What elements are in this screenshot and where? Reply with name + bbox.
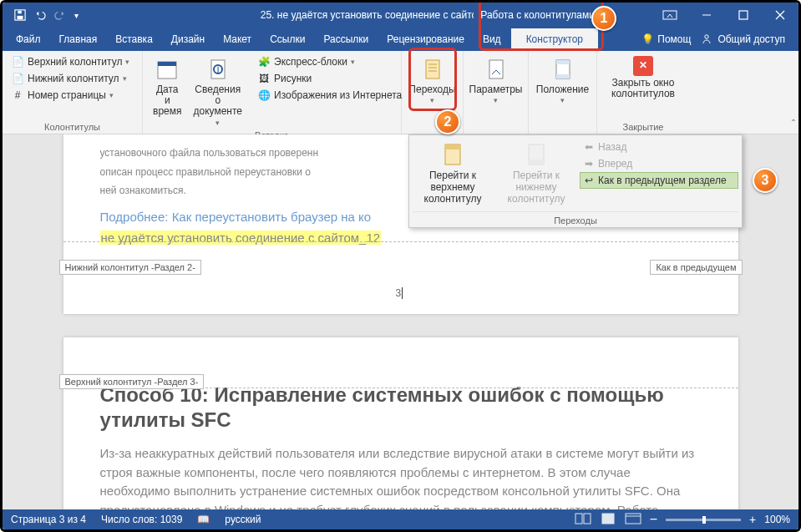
print-layout-icon[interactable]	[600, 513, 616, 526]
pictures-button[interactable]: 🖼Рисунки	[256, 71, 403, 86]
svg-rect-20	[556, 60, 570, 64]
zoom-level[interactable]: 100%	[764, 514, 790, 525]
status-words[interactable]: Число слов: 1039	[101, 514, 182, 525]
maximize-button[interactable]	[725, 3, 762, 28]
tab-file[interactable]: Файл	[8, 30, 49, 48]
svg-rect-5	[739, 11, 748, 19]
context-tab-label: Работа с колонтитулами	[474, 9, 601, 21]
tab-layout[interactable]: Макет	[215, 30, 260, 48]
svg-rect-2	[18, 11, 21, 14]
header-button[interactable]: 📄Верхний колонтитул▾	[9, 54, 135, 69]
page-number-button[interactable]: #Номер страницы▾	[9, 88, 135, 103]
proofing-icon[interactable]: 📖	[197, 514, 210, 525]
doc-info-button[interactable]: iСведения о документе▾	[190, 54, 246, 129]
svg-text:i: i	[216, 63, 219, 75]
minimize-button[interactable]	[688, 3, 725, 28]
zoom-in-button[interactable]: +	[749, 513, 756, 526]
footer-tag-right[interactable]: Как в предыдущем	[650, 260, 742, 275]
svg-rect-25	[529, 160, 544, 165]
svg-rect-21	[556, 74, 570, 79]
header-tag[interactable]: Верхний колонтитул -Раздел 3-	[59, 374, 205, 389]
svg-rect-1	[18, 16, 23, 19]
footer-tag-left[interactable]: Нижний колонтитул -Раздел 2-	[59, 260, 201, 275]
tell-me-icon[interactable]: 💡	[641, 33, 654, 45]
svg-rect-3	[663, 11, 677, 19]
read-mode-icon[interactable]	[575, 513, 591, 526]
link-prev-icon: ↩	[585, 175, 593, 186]
navigation-dropdown: Перейти к верхнему колонтитулу Перейти к…	[408, 134, 743, 228]
save-icon[interactable]	[14, 9, 26, 21]
goto-header-button[interactable]: Перейти к верхнему колонтитулу	[413, 139, 493, 208]
forward-icon: ➡	[585, 158, 593, 170]
share-button[interactable]: Общий доступ	[692, 33, 793, 45]
tab-mailings[interactable]: Рассылки	[315, 30, 377, 48]
footer-button[interactable]: 📄Нижний колонтитул▾	[9, 71, 135, 86]
ribbon-tabs: Файл Главная Вставка Дизайн Макет Ссылки…	[3, 28, 798, 51]
ribbon: 📄Верхний колонтитул▾ 📄Нижний колонтитул▾…	[3, 51, 798, 134]
link-to-previous-button[interactable]: ↩Как в предыдущем разделе	[580, 172, 738, 189]
svg-rect-14	[426, 60, 439, 79]
tab-references[interactable]: Ссылки	[261, 30, 313, 48]
close-button[interactable]	[762, 3, 798, 28]
dropdown-group-label: Переходы	[413, 211, 738, 225]
svg-rect-10	[158, 62, 176, 66]
page-number-display: 3	[63, 286, 738, 299]
status-page[interactable]: Страница 3 из 4	[11, 514, 86, 525]
tab-view[interactable]: Вид	[474, 30, 509, 48]
date-time-button[interactable]: Дата и время	[150, 54, 185, 129]
qat-more-icon[interactable]: ▾	[74, 11, 79, 20]
title-bar: ▾ 25. не удаётся установить соединение с…	[3, 3, 798, 28]
heading: Способ 10: Исправление системных ошибок …	[100, 383, 702, 433]
group-label-hf: Колонтитулы	[9, 120, 135, 132]
svg-rect-28	[602, 514, 614, 524]
svg-rect-27	[584, 514, 591, 524]
svg-rect-23	[445, 144, 460, 149]
tab-design[interactable]: Дизайн	[163, 30, 213, 48]
position-button[interactable]: Положение▾	[535, 54, 590, 107]
close-x-icon: ✕	[633, 56, 653, 76]
status-language[interactable]: русский	[225, 514, 261, 525]
tell-me-label[interactable]: Помощ	[657, 33, 691, 45]
ribbon-display-options-icon[interactable]	[651, 3, 688, 28]
online-pictures-button[interactable]: 🌐Изображения из Интернета	[256, 88, 403, 103]
collapse-ribbon-icon[interactable]: ˆ	[792, 119, 795, 130]
page-2: Верхний колонтитул -Раздел 3- Способ 10:…	[63, 337, 738, 509]
callout-number-2: 2	[435, 109, 460, 134]
svg-rect-26	[575, 514, 582, 524]
svg-rect-29	[626, 514, 641, 524]
zoom-slider[interactable]	[666, 519, 741, 521]
quick-parts-button[interactable]: 🧩Экспресс-блоки▾	[256, 54, 403, 69]
web-layout-icon[interactable]	[625, 513, 641, 526]
tab-insert[interactable]: Вставка	[107, 30, 161, 48]
navigation-button[interactable]: Переходы▾	[408, 54, 456, 107]
options-button[interactable]: Параметры▾	[470, 54, 521, 107]
goto-footer-button: Перейти к нижнему колонтитулу	[496, 139, 576, 208]
group-label-close: Закрытие	[604, 120, 682, 132]
svg-point-8	[705, 35, 708, 38]
close-hf-button[interactable]: ✕Закрыть окно колонтитулов	[604, 54, 682, 101]
back-icon: ⬅	[585, 141, 593, 153]
body-text-2: Из-за неаккуратных действий пользователя…	[100, 444, 702, 509]
nav-back-button: ⬅Назад	[580, 139, 738, 155]
zoom-out-button[interactable]: −	[650, 512, 657, 527]
redo-icon[interactable]	[54, 9, 66, 21]
status-bar: Страница 3 из 4 Число слов: 1039 📖 русск…	[3, 509, 798, 529]
tab-home[interactable]: Главная	[51, 30, 106, 48]
undo-icon[interactable]	[34, 9, 46, 21]
nav-forward-button: ➡Вперед	[580, 155, 738, 172]
tab-review[interactable]: Рецензирование	[378, 30, 473, 48]
callout-number-1: 1	[591, 6, 616, 31]
callout-number-3: 3	[753, 168, 778, 193]
tab-konstruktor[interactable]: Конструктор	[511, 28, 598, 50]
svg-rect-18	[489, 60, 503, 79]
